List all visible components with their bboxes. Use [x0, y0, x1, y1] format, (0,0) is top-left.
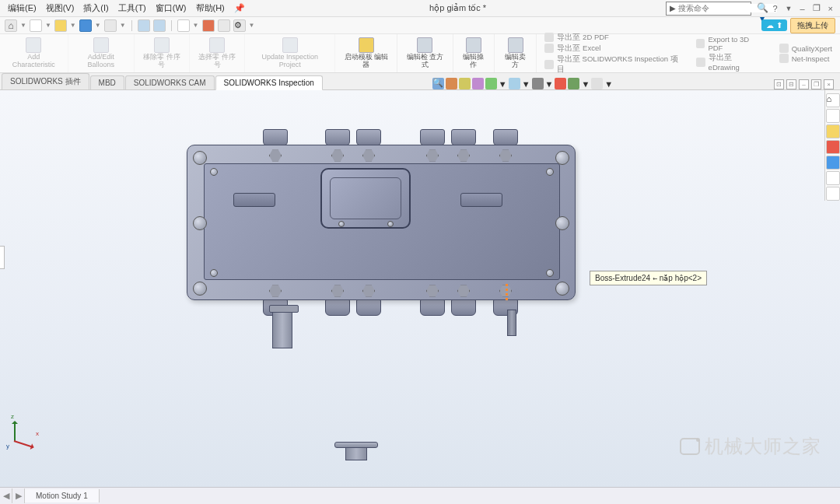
- render-icon[interactable]: [591, 78, 603, 89]
- window-close[interactable]: ×: [824, 4, 837, 13]
- tooltip-component: nắp hộp<2>: [660, 274, 702, 282]
- export-column-1: 导出至 2D PDF 导出至 Excel 导出至 SOLIDWORKS Insp…: [537, 34, 688, 72]
- zoom-area-icon[interactable]: [446, 78, 457, 89]
- tab-plugins[interactable]: SOLIDWORKS 插件: [2, 73, 89, 89]
- qualityxpert: QualityXpert: [779, 44, 832, 53]
- export-column-3: QualityXpert Net-Inspect: [772, 34, 840, 72]
- tooltip-feature: Boss-Extrude24: [595, 274, 650, 282]
- options-icon[interactable]: [218, 19, 230, 32]
- model-small-part[interactable]: [334, 442, 378, 462]
- axis-z-label: z: [11, 413, 14, 420]
- taskpane-library-icon[interactable]: [826, 124, 840, 138]
- taskpane-home-icon[interactable]: ⌂: [826, 93, 840, 107]
- scene-icon[interactable]: [568, 78, 579, 89]
- motion-study-tab[interactable]: Motion Study 1: [25, 489, 100, 502]
- prev-view-icon[interactable]: [459, 78, 471, 89]
- pane-controls: ⊡ ⊟ – ❐ ×: [774, 79, 840, 89]
- feature-tree-flyout-handle[interactable]: [0, 246, 5, 269]
- taskpane-forum-icon[interactable]: [826, 171, 840, 185]
- new-icon[interactable]: [30, 19, 42, 32]
- ribbon: Add Characteristic Add/Edit Balloons 移除零…: [0, 34, 840, 73]
- watermark: 机械大师之家: [680, 434, 821, 459]
- home-icon[interactable]: [5, 19, 17, 32]
- menu-pin-icon[interactable]: 📌: [229, 2, 250, 15]
- watermark-icon: [680, 438, 700, 455]
- settings-gear-icon[interactable]: ⚙: [233, 19, 246, 32]
- edit-vendor-button[interactable]: 编辑卖 方: [495, 34, 537, 72]
- tab-mbd[interactable]: MBD: [90, 75, 124, 89]
- view-orient-icon[interactable]: [485, 78, 497, 89]
- update-inspection-button: Update Inspection Project: [245, 34, 335, 72]
- display-style-icon[interactable]: [509, 78, 520, 89]
- menu-bar: 编辑(E) 视图(V) 插入(I) 工具(T) 窗口(W) 帮助(H) 📌 hộ…: [0, 0, 840, 17]
- menu-help[interactable]: 帮助(H): [191, 1, 229, 16]
- redo-icon[interactable]: [153, 19, 166, 32]
- task-pane: ⌂: [824, 90, 840, 201]
- search-run-icon: ▶: [670, 4, 676, 12]
- pane-restore-icon[interactable]: ❐: [811, 79, 821, 89]
- export-2d-pdf: 导出至 2D PDF: [544, 33, 680, 43]
- pane-expand-icon[interactable]: ⊟: [786, 79, 796, 89]
- rebuild-icon[interactable]: [202, 19, 215, 32]
- zoom-fit-icon[interactable]: 🔍: [432, 78, 444, 89]
- menu-tools[interactable]: 工具(T): [114, 1, 151, 16]
- save-icon[interactable]: [79, 19, 92, 32]
- add-characteristic-button: Add Characteristic: [0, 34, 68, 72]
- motion-next-icon[interactable]: ▶: [12, 488, 25, 503]
- view-heads-up-toolbar: 🔍 ▼ ▼ ▼ ▼ ▼: [432, 78, 613, 89]
- model-gearbox[interactable]: [187, 129, 576, 331]
- pane-collapse-icon[interactable]: ⊡: [774, 79, 784, 89]
- add-edit-balloons-button: Add/Edit Balloons: [68, 34, 135, 72]
- taskpane-resources-icon[interactable]: [826, 109, 840, 123]
- undo-icon[interactable]: [138, 19, 150, 32]
- graphics-viewport[interactable]: ⌂: [0, 90, 840, 487]
- remove-balloon-button: 移除零 件序号: [135, 34, 190, 72]
- quick-toolbar: ▼ ▼ ▼ ▼ ▼ ▼ ⚙▼ ☁⬆ 拖拽上传: [0, 17, 840, 34]
- document-title: hộp giảm tốc *: [429, 3, 486, 13]
- taskpane-part-icon[interactable]: [826, 187, 840, 201]
- view-triad[interactable]: z x y: [8, 411, 45, 448]
- tooltip-arrow-icon: ←: [653, 274, 657, 282]
- menu-edit[interactable]: 编辑(E): [3, 1, 41, 16]
- tab-inspection[interactable]: SOLIDWORKS Inspection: [215, 75, 323, 90]
- appearance-icon[interactable]: [555, 78, 566, 89]
- export-column-2: Export to 3D PDF 导出至 eDrawing: [688, 34, 772, 72]
- command-search[interactable]: ▶: [666, 2, 751, 16]
- export-edrawing: 导出至 eDrawing: [696, 53, 764, 72]
- edit-check-button[interactable]: 编辑检 查方式: [397, 34, 453, 72]
- print-icon[interactable]: [104, 19, 117, 32]
- section-view-icon[interactable]: [472, 78, 484, 89]
- motion-prev-icon[interactable]: ◀: [0, 488, 12, 503]
- axis-y-label: y: [6, 443, 9, 450]
- select-balloon-button: 选择零 件序号: [190, 34, 245, 72]
- taskpane-properties-icon[interactable]: [826, 156, 840, 170]
- search-magnifier-icon[interactable]: 🔍▾: [756, 2, 768, 15]
- menu-window[interactable]: 窗口(W): [151, 1, 191, 16]
- window-minimize[interactable]: –: [796, 4, 808, 13]
- hide-show-icon[interactable]: [532, 78, 544, 89]
- tab-cam[interactable]: SOLIDWORKS CAM: [125, 75, 215, 89]
- edit-operation-button[interactable]: 编辑操 作: [453, 34, 495, 72]
- export-3d-pdf: Export to 3D PDF: [696, 35, 764, 52]
- motion-study-bar: ◀ ▶ Motion Study 1: [0, 487, 840, 504]
- menu-view[interactable]: 视图(V): [41, 1, 79, 16]
- pane-close-icon[interactable]: ×: [824, 79, 834, 89]
- help-button[interactable]: ?: [768, 4, 781, 13]
- upload-button[interactable]: 拖拽上传: [790, 18, 835, 33]
- command-tabs: SOLIDWORKS 插件 MBD SOLIDWORKS CAM SOLIDWO…: [0, 73, 840, 90]
- axis-x-label: x: [36, 430, 39, 437]
- open-icon[interactable]: [54, 19, 67, 32]
- launch-template-button[interactable]: 启动模板 编辑器: [335, 34, 397, 72]
- export-swi: 导出至 SOLIDWORKS Inspection 项目: [544, 54, 680, 75]
- cloud-button[interactable]: ☁⬆: [761, 19, 787, 31]
- select-icon[interactable]: [177, 19, 190, 32]
- pane-minimize-icon[interactable]: –: [799, 79, 809, 89]
- cloud-icon: ☁: [766, 21, 774, 30]
- export-excel: 导出至 Excel: [544, 44, 680, 54]
- taskpane-appearance-icon[interactable]: [826, 140, 840, 154]
- net-inspect: Net-Inspect: [779, 54, 832, 63]
- feature-tooltip: Boss-Extrude24 ← nắp hộp<2>: [590, 271, 707, 285]
- window-restore[interactable]: ❐: [809, 3, 824, 13]
- menu-insert[interactable]: 插入(I): [79, 1, 113, 16]
